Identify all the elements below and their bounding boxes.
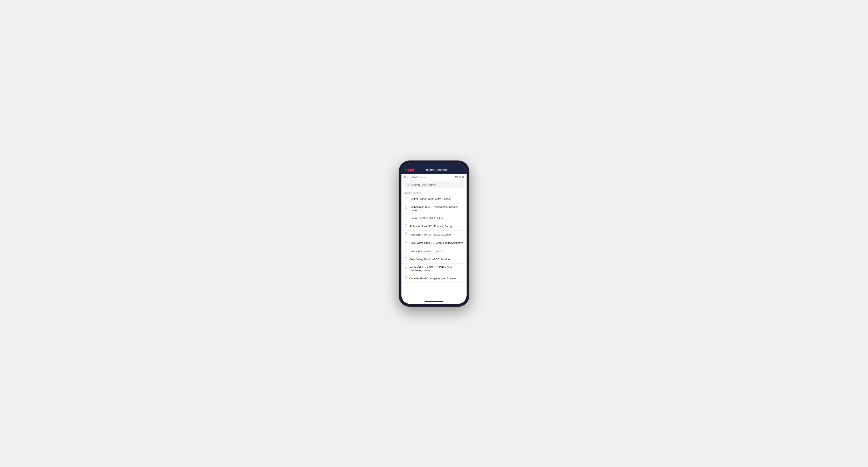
svg-point-4	[406, 217, 406, 217]
svg-point-5	[406, 225, 406, 225]
pin-icon	[404, 224, 408, 228]
nav-bar: clippd Recent Searches	[401, 166, 467, 174]
search-input[interactable]	[411, 183, 461, 187]
svg-point-6	[406, 233, 406, 234]
courses-list: Central London Golf Centre, London Roeha…	[401, 195, 467, 283]
search-box-container	[401, 181, 467, 190]
course-name: Coombe Hill GC, Kingston upon Thames	[409, 277, 457, 280]
list-item[interactable]: Coombe Hill GC, Kingston upon Thames	[401, 275, 467, 283]
home-bar	[425, 301, 443, 302]
course-name: Dukes Meadows GC, London	[409, 249, 443, 253]
cancel-button[interactable]: Cancel	[455, 176, 464, 179]
app-logo: clippd	[405, 168, 414, 172]
svg-point-3	[406, 207, 406, 208]
pin-icon	[404, 232, 408, 237]
search-icon	[407, 183, 409, 187]
pin-icon	[404, 267, 408, 271]
list-item[interactable]: Richmond Park GC - Prince's, Surrey	[401, 222, 467, 230]
list-item[interactable]: Dukes Meadows GC, London	[401, 247, 467, 255]
list-item[interactable]: Central London Golf Centre, London	[401, 195, 467, 204]
course-name: Brent Valley Municipal GC, London	[409, 258, 450, 261]
list-item[interactable]: Richmond Park GC - Duke's, London	[401, 230, 467, 239]
phone-frame: clippd Recent Searches Find a Golf Cours…	[399, 160, 469, 307]
hamburger-icon[interactable]	[459, 169, 463, 171]
search-header: Find a Golf Course Cancel	[401, 174, 467, 181]
nearby-section: Nearby courses Central London Golf Centr…	[401, 190, 467, 300]
svg-point-2	[406, 197, 406, 198]
pin-icon	[404, 207, 408, 211]
find-label: Find a Golf Course	[404, 176, 426, 179]
status-bar	[401, 163, 467, 166]
pin-icon	[404, 241, 408, 245]
course-name: Richmond Park GC - Prince's, Surrey	[409, 225, 453, 228]
list-item[interactable]: London Scottish GC, London	[401, 214, 467, 222]
svg-point-9	[406, 258, 406, 258]
course-name: Royal Wimbledon GC, Great London Authori…	[409, 241, 463, 245]
list-item[interactable]: Roehampton Club - Roehampton, Greater Lo…	[401, 204, 467, 214]
list-item[interactable]: North Middlesex GC (1011942 - North Midd…	[401, 263, 467, 275]
svg-point-7	[406, 241, 406, 242]
pin-icon	[404, 276, 408, 281]
course-name: Roehampton Club - Roehampton, Greater Lo…	[409, 205, 464, 212]
pin-icon	[404, 216, 408, 220]
list-item[interactable]: Royal Wimbledon GC, Great London Authori…	[401, 239, 467, 247]
home-indicator	[401, 300, 467, 304]
course-name: Richmond Park GC - Duke's, London	[409, 233, 452, 236]
phone-screen: clippd Recent Searches Find a Golf Cours…	[401, 163, 467, 304]
search-box[interactable]	[404, 182, 464, 188]
pin-icon	[404, 249, 408, 253]
svg-point-10	[406, 268, 406, 268]
list-item[interactable]: Brent Valley Municipal GC, London	[401, 255, 467, 263]
svg-line-1	[408, 185, 409, 186]
svg-point-8	[406, 250, 406, 250]
pin-icon	[404, 197, 408, 201]
course-name: London Scottish GC, London	[409, 216, 443, 220]
nearby-label: Nearby courses	[401, 190, 467, 195]
svg-point-11	[406, 277, 406, 277]
course-name: North Middlesex GC (1011942 - North Midd…	[409, 266, 464, 272]
nav-title: Recent Searches	[416, 168, 457, 172]
course-name: Central London Golf Centre, London	[409, 197, 451, 200]
pin-icon	[404, 257, 408, 261]
